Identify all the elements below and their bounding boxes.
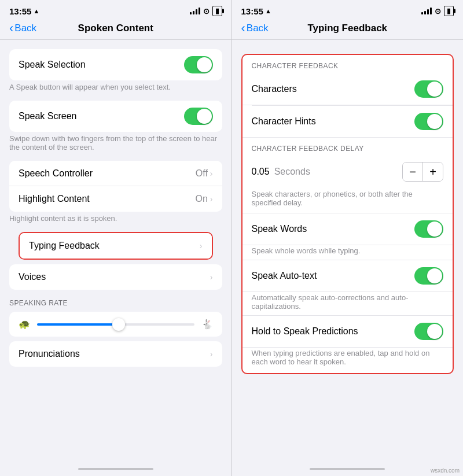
speech-controller-label: Speech Controller [19, 168, 196, 179]
time-right: 13:55 [241, 6, 263, 16]
delay-unit: Seconds [274, 167, 310, 177]
back-chevron-right: ‹ [241, 22, 245, 35]
row-character-hints: Character Hints [242, 106, 453, 137]
content-left: Speak Selection A Speak button will appe… [0, 40, 232, 464]
character-hints-label: Character Hints [252, 116, 415, 127]
highlight-content-label: Highlight Content [19, 194, 195, 204]
speak-selection-toggle[interactable] [184, 56, 213, 73]
back-chevron-left: ‹ [9, 22, 13, 35]
section-voices: Voices › [0, 264, 232, 290]
wifi-icon-right: ⊙ [435, 7, 441, 16]
row-characters: Characters [242, 73, 453, 105]
page-title-right: Typing Feedback [307, 23, 387, 34]
home-indicator-right [310, 468, 385, 470]
section-speech-highlight: Speech Controller Off › Highlight Conten… [0, 161, 232, 227]
section-speak-selection: Speak Selection A Speak button will appe… [0, 49, 232, 96]
row-speak-selection: Speak Selection [9, 49, 222, 80]
group-speak-screen: Speak Screen [9, 101, 222, 132]
delay-value-group: 0.05 Seconds [252, 167, 310, 177]
back-button-right[interactable]: ‹ Back [241, 22, 269, 35]
stepper-minus-button[interactable]: − [403, 163, 422, 181]
speak-autotext-label: Speak Auto-text [252, 271, 415, 281]
highlight-content-subtext: Highlight content as it is spoken. [0, 212, 232, 227]
location-icon-right: ▲ [265, 8, 271, 14]
location-icon-left: ▲ [33, 8, 39, 14]
row-voices[interactable]: Voices › [9, 264, 222, 290]
rate-slider-thumb [112, 318, 125, 331]
speak-words-subtext: Speak whole words while typing. [242, 245, 453, 260]
char-feedback-header: CHARACTER FEEDBACK [242, 55, 453, 73]
speech-controller-chevron: › [210, 169, 213, 178]
speak-words-label: Speak Words [252, 224, 415, 234]
back-button-left[interactable]: ‹ Back [9, 22, 36, 35]
group-pronunciations: Pronunciations › [9, 341, 222, 367]
pronunciations-label: Pronunciations [19, 349, 210, 359]
row-speak-screen: Speak Screen [9, 101, 222, 132]
character-hints-toggle[interactable] [414, 113, 443, 130]
speak-screen-label: Speak Screen [19, 111, 184, 121]
nav-bar-left: ‹ Back Spoken Content [0, 19, 232, 40]
content-right: CHARACTER FEEDBACK Characters Character … [232, 40, 464, 464]
battery-icon-right: ▮ [444, 6, 454, 16]
row-speak-words: Speak Words [242, 213, 453, 245]
back-label-left: Back [14, 23, 36, 34]
fast-speed-icon: 🐇 [201, 319, 213, 330]
char-feedback-group: Characters Character Hints [242, 73, 453, 137]
nav-bar-right: ‹ Back Typing Feedback [232, 19, 464, 40]
page-title-left: Spoken Content [78, 23, 153, 34]
typing-feedback-chevron: › [200, 241, 203, 250]
speak-selection-subtext: A Speak button will appear when you sele… [0, 80, 232, 96]
speak-words-toggle[interactable] [414, 220, 443, 238]
speaking-rate-label: SPEAKING RATE [9, 299, 222, 307]
section-typing-feedback: Typing Feedback › [9, 232, 222, 260]
watermark: wsxdn.com [431, 467, 460, 474]
row-hold-to-speak: Hold to Speak Predictions [242, 316, 453, 348]
wifi-icon-left: ⊙ [203, 7, 210, 16]
signal-icon-right [421, 8, 432, 14]
delay-value: 0.05 [252, 167, 270, 177]
row-typing-feedback[interactable]: Typing Feedback › [20, 233, 212, 259]
hold-to-speak-subtext: When typing predictions are enabled, tap… [242, 348, 453, 373]
speak-screen-subtext: Swipe down with two fingers from the top… [0, 132, 232, 156]
rate-slider-fill [37, 323, 119, 326]
back-label-right: Back [247, 23, 269, 34]
delay-subtext: Speak characters, or phonetics, or both … [242, 187, 453, 213]
row-pronunciations[interactable]: Pronunciations › [9, 341, 222, 367]
characters-toggle[interactable] [414, 80, 443, 98]
signal-icon-left [190, 8, 200, 14]
typing-feedback-section: CHARACTER FEEDBACK Characters Character … [241, 54, 454, 374]
stepper-plus-button[interactable]: + [423, 163, 443, 181]
characters-label: Characters [252, 84, 415, 94]
slow-speed-icon: 🐢 [19, 319, 30, 330]
delay-row: 0.05 Seconds − + [242, 156, 453, 187]
time-left: 13:55 [9, 6, 31, 16]
hold-to-speak-label: Hold to Speak Predictions [252, 326, 415, 337]
voices-label: Voices [19, 272, 210, 282]
typing-feedback-container: Typing Feedback › [19, 232, 213, 260]
row-speak-autotext: Speak Auto-text [242, 260, 453, 292]
speak-selection-label: Speak Selection [19, 60, 184, 70]
group-speak-selection: Speak Selection [9, 49, 222, 80]
speaking-rate-slider[interactable] [37, 323, 194, 326]
highlight-content-value: On [195, 194, 207, 204]
group-voices: Voices › [9, 264, 222, 290]
right-panel: 13:55 ▲ ⊙ ▮ ‹ Back Typing Feedback CHARA… [232, 0, 464, 476]
status-bar-right: 13:55 ▲ ⊙ ▮ [232, 0, 464, 19]
speak-screen-toggle[interactable] [184, 108, 213, 125]
highlight-content-chevron: › [210, 194, 213, 204]
pronunciations-chevron: › [210, 349, 213, 359]
delay-stepper: − + [402, 162, 443, 182]
section-pronunciations: Pronunciations › [0, 341, 232, 367]
speaking-rate-section: SPEAKING RATE 🐢 🐇 [9, 299, 222, 337]
row-speech-controller[interactable]: Speech Controller Off › [9, 161, 222, 186]
speaking-rate-control: 🐢 🐇 [9, 312, 222, 337]
left-panel: 13:55 ▲ ⊙ ▮ ‹ Back Spoken Content Spe [0, 0, 232, 476]
row-highlight-content[interactable]: Highlight Content On › [9, 186, 222, 212]
typing-feedback-label: Typing Feedback [29, 241, 200, 251]
hold-to-speak-toggle[interactable] [414, 323, 443, 340]
speak-autotext-toggle[interactable] [414, 267, 443, 285]
delay-header: CHARACTER FEEDBACK DELAY [242, 138, 453, 156]
section-speak-screen: Speak Screen Swipe down with two fingers… [0, 101, 232, 156]
speak-autotext-subtext: Automatically speak auto-corrections and… [242, 292, 453, 315]
status-bar-left: 13:55 ▲ ⊙ ▮ [0, 0, 232, 19]
